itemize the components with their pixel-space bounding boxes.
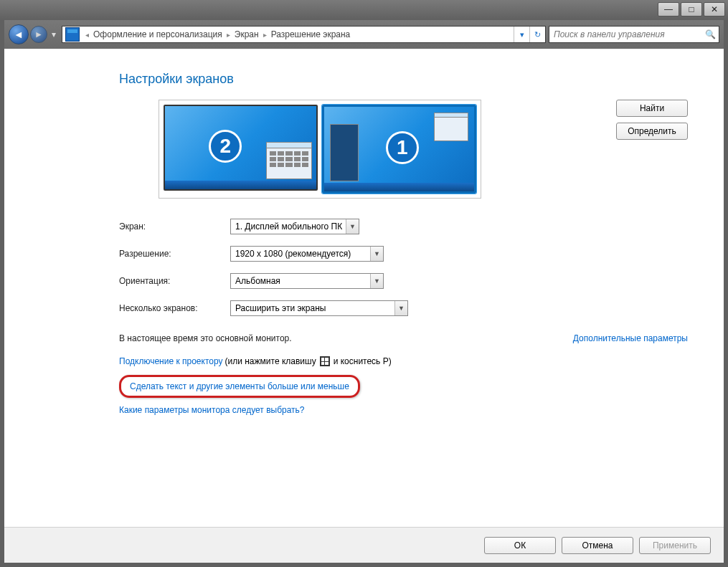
which-monitor-link[interactable]: Какие параметры монитора следует выбрать…: [119, 405, 305, 415]
resolution-select[interactable]: 1920 x 1080 (рекомендуется) ▼: [230, 246, 384, 262]
nav-history-dropdown[interactable]: ▾: [49, 24, 59, 44]
display-select[interactable]: 1. Дисплей мобильного ПК ▼: [230, 219, 359, 234]
chevron-icon: ◂: [82, 31, 92, 39]
display-label: Экран:: [119, 221, 230, 232]
dialog-footer: ОК Отмена Применить: [4, 527, 724, 563]
identify-button[interactable]: Определить: [616, 123, 688, 140]
address-dropdown[interactable]: ▾: [514, 27, 529, 42]
page-title: Настройки экранов: [119, 72, 688, 87]
windows-key-icon: [320, 356, 330, 366]
orientation-select[interactable]: Альбомная ▼: [230, 273, 384, 289]
callout-highlight: Сделать текст и другие элементы больше и…: [119, 375, 360, 398]
breadcrumb-seg[interactable]: Разрешение экрана: [270, 29, 352, 39]
search-input[interactable]: [549, 29, 701, 39]
orientation-value: Альбомная: [235, 276, 280, 286]
chevron-down-icon: ▼: [370, 247, 383, 261]
apply-button[interactable]: Применить: [639, 537, 711, 554]
titlebar: — □ ✕: [0, 0, 728, 20]
ok-button[interactable]: ОК: [484, 537, 556, 554]
cancel-button[interactable]: Отмена: [562, 537, 633, 554]
chevron-down-icon: ▼: [394, 301, 407, 315]
text-size-link[interactable]: Сделать текст и другие элементы больше и…: [130, 381, 349, 391]
forward-button[interactable]: ►: [30, 26, 47, 43]
detect-button[interactable]: Найти: [616, 100, 688, 117]
orientation-label: Ориентация:: [119, 276, 230, 286]
display-value: 1. Дисплей мобильного ПК: [235, 221, 342, 232]
minimize-button[interactable]: —: [658, 2, 679, 16]
breadcrumb-seg[interactable]: Оформление и персонализация: [92, 29, 224, 39]
chevron-right-icon: ▸: [260, 31, 270, 39]
refresh-button[interactable]: ↻: [529, 27, 545, 42]
resolution-value: 1920 x 1080 (рекомендуется): [235, 249, 351, 259]
content: Настройки экранов 2: [4, 49, 724, 563]
address-bar[interactable]: ◂ Оформление и персонализация ▸ Экран ▸ …: [62, 26, 546, 43]
multi-display-select[interactable]: Расширить эти экраны ▼: [230, 300, 408, 316]
multi-label: Несколько экранов:: [119, 303, 230, 313]
monitor-number: 1: [386, 131, 419, 164]
projector-hint-b: и коснитесь P): [334, 356, 392, 366]
monitor-2[interactable]: 2: [164, 105, 318, 191]
chevron-down-icon: ▼: [346, 219, 359, 234]
monitor-1-selected[interactable]: 1: [322, 105, 476, 194]
search-box[interactable]: 🔍: [549, 26, 719, 43]
primary-monitor-status: В настоящее время это основной монитор.: [119, 333, 292, 343]
back-button[interactable]: ◄: [9, 24, 29, 44]
chevron-down-icon: ▼: [370, 274, 383, 288]
navbar: ◄ ► ▾ ◂ Оформление и персонализация ▸ Эк…: [4, 20, 724, 49]
projector-link[interactable]: Подключение к проектору: [119, 356, 223, 366]
monitor-number: 2: [209, 130, 242, 163]
chevron-right-icon: ▸: [224, 31, 233, 39]
search-icon[interactable]: 🔍: [701, 27, 719, 42]
maximize-button[interactable]: □: [681, 2, 702, 16]
breadcrumb-seg[interactable]: Экран: [233, 29, 260, 39]
display-icon: [65, 27, 80, 42]
close-button[interactable]: ✕: [704, 2, 725, 16]
multi-value: Расширить эти экраны: [235, 303, 326, 313]
projector-hint-a: (или нажмите клавишу: [225, 356, 316, 366]
resolution-label: Разрешение:: [119, 249, 230, 259]
display-arrangement[interactable]: 2 1: [159, 100, 481, 199]
advanced-settings-link[interactable]: Дополнительные параметры: [573, 333, 688, 343]
